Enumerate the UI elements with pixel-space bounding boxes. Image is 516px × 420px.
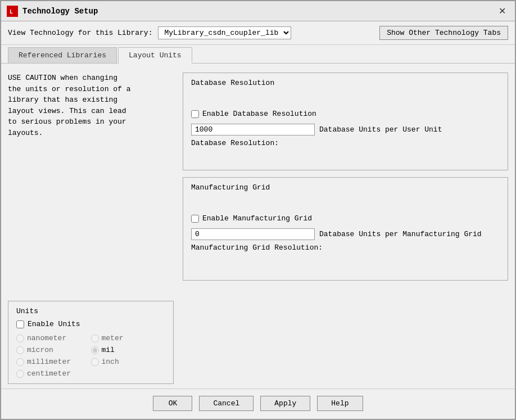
button-row: OK Cancel Apply Help	[1, 389, 515, 419]
mfg-value-row: Database Units per Manufacturing Grid	[191, 228, 500, 240]
radio-centimeter: centimeter	[16, 369, 91, 378]
db-resolution-section: Database Resolution Enable Database Reso…	[183, 73, 508, 170]
db-resolution-title: Database Resolution	[191, 79, 500, 87]
svg-text:L: L	[10, 9, 13, 15]
enable-mfg-label: Enable Manufacturing Grid	[202, 214, 312, 223]
mfg-resolution-label: Manufacturing Grid Resolution:	[191, 243, 500, 252]
enable-db-checkbox[interactable]	[191, 110, 199, 118]
radio-mil: mil	[91, 346, 166, 354]
help-button[interactable]: Help	[317, 396, 363, 411]
db-resolution-inner: Enable Database Resolution Database Unit…	[191, 93, 500, 164]
radio-meter-input[interactable]	[91, 335, 99, 342]
db-unit-label: Database Units per User Unit	[319, 125, 442, 134]
radio-inch: inch	[91, 358, 166, 366]
db-resolution-label: Database Resolution:	[191, 139, 500, 147]
ok-button[interactable]: OK	[153, 396, 192, 411]
db-value-input[interactable]	[191, 124, 315, 136]
radio-millimeter-input[interactable]	[16, 358, 24, 366]
radio-nanometer-label: nanometer	[27, 334, 66, 342]
radio-centimeter-input[interactable]	[16, 370, 24, 378]
radio-mil-label: mil	[102, 346, 115, 354]
radio-micron: micron	[16, 346, 91, 354]
dialog-window: L Technology Setup ✕ View Technology for…	[0, 0, 516, 420]
enable-units-row: Enable Units	[16, 320, 165, 328]
left-panel: USE CAUTION when changing the units or r…	[8, 73, 174, 384]
db-value-row: Database Units per User Unit	[191, 124, 500, 136]
enable-db-label: Enable Database Resolution	[202, 110, 316, 118]
tab-referenced-libraries[interactable]: Referenced Libraries	[8, 47, 117, 63]
units-title: Units	[16, 307, 165, 315]
library-select[interactable]: MyLibrary_csdn_coupler_lib	[158, 26, 291, 39]
title-bar-left: L Technology Setup	[7, 6, 98, 17]
content-area: USE CAUTION when changing the units or r…	[1, 64, 515, 389]
radio-nanometer-input[interactable]	[16, 335, 24, 342]
units-box: Units Enable Units nanometer meter	[8, 301, 174, 384]
toolbar-row: View Technology for this Library: MyLibr…	[1, 21, 515, 45]
mfg-unit-label: Database Units per Manufacturing Grid	[319, 230, 482, 238]
title-bar: L Technology Setup ✕	[1, 1, 515, 21]
radio-meter-label: meter	[102, 334, 124, 342]
caution-text: USE CAUTION when changing the units or r…	[8, 73, 174, 138]
radio-mil-input[interactable]	[91, 346, 99, 354]
enable-units-checkbox[interactable]	[16, 320, 24, 328]
mfg-grid-section: Manufacturing Grid Enable Manufacturing …	[183, 177, 508, 281]
enable-units-label: Enable Units	[28, 320, 80, 328]
tab-layout-units[interactable]: Layout Units	[118, 47, 192, 64]
radio-micron-input[interactable]	[16, 346, 24, 354]
cancel-button[interactable]: Cancel	[199, 396, 254, 411]
radio-micron-label: micron	[27, 346, 53, 354]
close-button[interactable]: ✕	[495, 4, 509, 17]
radio-meter: meter	[91, 334, 166, 342]
app-icon: L	[7, 6, 18, 17]
radio-inch-label: inch	[102, 358, 119, 366]
window-title: Technology Setup	[22, 7, 98, 16]
mfg-grid-inner: Enable Manufacturing Grid Database Units…	[191, 197, 500, 274]
enable-mfg-checkbox[interactable]	[191, 215, 199, 223]
radio-millimeter-label: millimeter	[27, 358, 71, 366]
mfg-grid-title: Manufacturing Grid	[191, 183, 500, 192]
radio-centimeter-label: centimeter	[27, 369, 71, 378]
apply-button[interactable]: Apply	[260, 396, 310, 411]
radio-millimeter: millimeter	[16, 358, 91, 366]
mfg-value-input[interactable]	[191, 228, 315, 240]
right-panel: Database Resolution Enable Database Reso…	[183, 73, 508, 384]
library-label: View Technology for this Library:	[8, 29, 152, 37]
radio-inch-input[interactable]	[91, 358, 99, 366]
radio-grid: nanometer meter micron mil	[16, 334, 165, 378]
tabs-row: Referenced Libraries Layout Units	[1, 47, 515, 64]
enable-db-row: Enable Database Resolution	[191, 110, 500, 118]
show-other-tabs-button[interactable]: Show Other Technology Tabs	[379, 26, 508, 40]
enable-mfg-row: Enable Manufacturing Grid	[191, 214, 500, 223]
radio-nanometer: nanometer	[16, 334, 91, 342]
